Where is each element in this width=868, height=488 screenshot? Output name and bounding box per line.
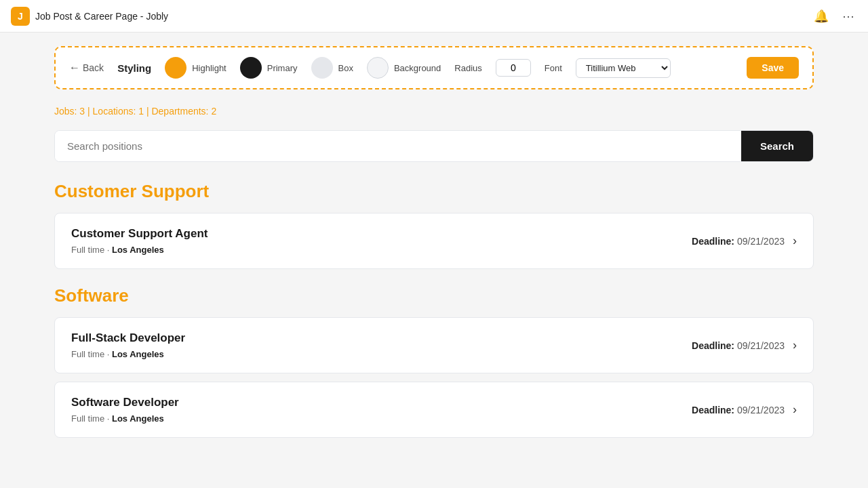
back-link[interactable]: ← Back [69, 62, 104, 74]
background-swatch-container: Background [367, 57, 441, 79]
job-location: Los Angeles [112, 349, 164, 359]
app-title: Job Post & Career Page - Jobly [35, 11, 168, 22]
department-customer-support: Customer Support Customer Support Agent … [54, 181, 814, 269]
radius-label: Radius [454, 63, 481, 73]
deadline-label: Deadline: [692, 405, 734, 415]
back-arrow-icon: ← [69, 62, 80, 74]
styling-label: Styling [117, 62, 151, 74]
chevron-right-icon: › [793, 403, 797, 417]
dot-separator: · [107, 413, 112, 424]
deadline-text: Deadline: 09/21/2023 [692, 340, 785, 351]
box-color-button[interactable] [311, 57, 333, 79]
font-select[interactable]: Titillium Web Arial Georgia Roboto [576, 58, 671, 78]
top-bar-right: 🔔 ⋯ [811, 6, 857, 26]
search-button[interactable]: Search [741, 131, 813, 161]
dot-separator: · [107, 245, 112, 255]
box-label: Box [338, 63, 353, 73]
deadline-text: Deadline: 09/21/2023 [692, 405, 785, 415]
top-bar-left: J Job Post & Career Page - Jobly [11, 7, 168, 26]
deadline-date: 09/21/2023 [737, 340, 785, 351]
primary-swatch-container: Primary [240, 57, 298, 79]
background-label: Background [394, 63, 441, 73]
job-type: Full time [71, 413, 104, 424]
highlight-label: Highlight [192, 63, 226, 73]
job-right: Deadline: 09/21/2023 › [692, 338, 797, 352]
job-card[interactable]: Customer Support Agent Full time · Los A… [54, 213, 814, 269]
deadline-text: Deadline: 09/21/2023 [692, 236, 785, 247]
chevron-right-icon: › [793, 338, 797, 352]
radius-input[interactable] [496, 59, 531, 77]
search-input[interactable] [55, 131, 741, 161]
styling-toolbar: ← Back Styling Highlight Primary Box Bac… [54, 46, 814, 89]
deadline-label: Deadline: [692, 236, 734, 247]
job-info: Customer Support Agent Full time · Los A… [71, 227, 208, 255]
job-meta: Full time · Los Angeles [71, 245, 208, 255]
highlight-color-button[interactable] [165, 57, 186, 79]
job-info: Software Developer Full time · Los Angel… [71, 396, 179, 424]
primary-label: Primary [267, 63, 298, 73]
department-title-software: Software [54, 285, 814, 306]
top-bar: J Job Post & Career Page - Jobly 🔔 ⋯ [0, 0, 868, 33]
app-logo: J [11, 7, 30, 26]
bell-icon: 🔔 [814, 9, 829, 24]
job-meta: Full time · Los Angeles [71, 349, 185, 359]
job-card[interactable]: Software Developer Full time · Los Angel… [54, 382, 814, 438]
job-location: Los Angeles [112, 245, 164, 255]
notifications-button[interactable]: 🔔 [811, 6, 831, 26]
job-type: Full time [71, 245, 104, 255]
stats-text: Jobs: 3 | Locations: 1 | Departments: 2 [54, 106, 216, 117]
search-container: Search [54, 130, 814, 162]
job-location: Los Angeles [112, 413, 164, 424]
job-right: Deadline: 09/21/2023 › [692, 234, 797, 248]
stats-bar: Jobs: 3 | Locations: 1 | Departments: 2 [54, 106, 814, 117]
main-content: ← Back Styling Highlight Primary Box Bac… [0, 33, 868, 468]
highlight-swatch-container: Highlight [165, 57, 226, 79]
job-right: Deadline: 09/21/2023 › [692, 403, 797, 417]
logo-text: J [18, 11, 23, 22]
background-color-button[interactable] [367, 57, 389, 79]
job-card[interactable]: Full-Stack Developer Full time · Los Ang… [54, 317, 814, 373]
job-title: Full-Stack Developer [71, 331, 185, 345]
job-title: Software Developer [71, 396, 179, 409]
save-button[interactable]: Save [747, 57, 799, 79]
dot-separator: · [107, 349, 112, 359]
department-title-customer-support: Customer Support [54, 181, 814, 202]
job-type: Full time [71, 349, 104, 359]
back-label: Back [83, 62, 104, 73]
more-icon: ⋯ [842, 9, 854, 24]
deadline-date: 09/21/2023 [737, 236, 785, 247]
more-options-button[interactable]: ⋯ [840, 6, 857, 26]
box-swatch-container: Box [311, 57, 353, 79]
job-meta: Full time · Los Angeles [71, 413, 179, 424]
chevron-right-icon: › [793, 234, 797, 248]
primary-color-button[interactable] [240, 57, 262, 79]
deadline-date: 09/21/2023 [737, 405, 785, 415]
deadline-label: Deadline: [692, 340, 734, 351]
job-title: Customer Support Agent [71, 227, 208, 241]
department-software: Software Full-Stack Developer Full time … [54, 285, 814, 438]
job-info: Full-Stack Developer Full time · Los Ang… [71, 331, 185, 359]
font-label: Font [545, 63, 562, 73]
